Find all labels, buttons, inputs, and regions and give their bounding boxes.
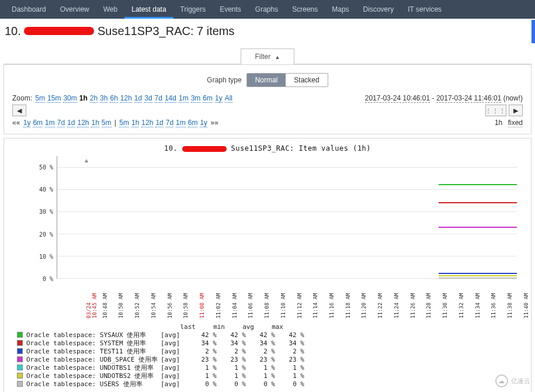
zoom-6h[interactable]: 6h [110,94,117,103]
gridline [57,189,517,190]
zoom-1h[interactable]: 1h [79,94,88,102]
legend-avg: 34 % [246,339,275,347]
legend-avg: 0 % [246,380,275,388]
x-tick-label: 10:58 AM [183,285,199,320]
zoom-1m[interactable]: 1m [179,94,189,103]
x-tick-label: 03/24 10:45 AM [86,285,102,320]
zoom-2h[interactable]: 2h [90,94,98,103]
zoom-12h[interactable]: 12h [120,94,132,103]
prev-button[interactable]: ◀ [12,105,26,116]
zoom-link-items: 5m15m30m1h2h3h6h12h1d3d7d14d1m3m6m1yAll [34,94,234,102]
zoom-3d[interactable]: 3d [144,94,152,103]
series-line [439,202,517,203]
nav-it-services[interactable]: IT services [401,0,449,19]
graph-type-normal[interactable]: Normal [247,74,286,86]
legend-last: 34 % [187,339,217,347]
legend-swatch [17,356,23,362]
legend-name: Oracle tablespace: UNDOTBS2 使用率 [26,372,161,380]
chevron-up-icon: ▲ [275,54,280,60]
nav-overview[interactable]: Overview [53,0,96,19]
graph-type-selector: Graph type NormalStacked [4,71,531,93]
x-tick-label: 11:20 AM [361,285,377,320]
legend-min: 1 % [217,364,246,372]
watermark: ☁ 亿速云 [495,374,530,387]
date-sep: - [432,94,436,102]
legend-last: 23 % [187,356,217,363]
legend-col-max: max [254,323,283,331]
shift-back-6m[interactable]: 6m [33,119,43,127]
legend-max: 2 % [275,348,304,355]
series-line [439,184,517,185]
zoom-5m[interactable]: 5m [35,94,45,103]
scrub-handle[interactable]: ⋮⋮⋮ [485,105,506,116]
legend-min: 34 % [217,339,246,347]
fixed-link[interactable]: fixed [508,119,523,127]
x-tick-label: 11:32 AM [458,285,475,320]
graph-type-buttons: NormalStacked [246,73,328,87]
shift-back-12h[interactable]: 12h [77,119,89,127]
date-to[interactable]: 2017-03-24 11:46:01 [436,94,501,103]
chart-title-suffix: Suse11SP3_RAC: Item values (1h) [231,144,371,152]
title-prefix: 10. [5,25,21,37]
zoom-1y[interactable]: 1y [215,94,223,103]
nav-events[interactable]: Events [213,0,248,19]
shift-fwd-6m[interactable]: 6m [188,119,198,127]
range-pre: «« [12,119,20,127]
shift-fwd-1y[interactable]: 1y [200,119,207,127]
y-tick-label: 50 % [37,164,53,171]
legend-row: Oracle tablespace: TEST11 使用率[avg]2 %2 %… [17,347,525,355]
shift-fwd-5m[interactable]: 5m [119,119,129,127]
nav-graphs[interactable]: Graphs [248,0,285,19]
nav-dashboard[interactable]: Dashboard [5,0,53,19]
legend-min: 0 % [217,380,246,388]
nav-triggers[interactable]: Triggers [173,0,213,19]
legend-agg: [avg] [161,356,187,363]
next-button[interactable]: ▶ [509,105,523,116]
zoom-3h[interactable]: 3h [100,94,107,103]
shift-back-1d[interactable]: 1d [67,119,75,127]
shift-fwd-12h[interactable]: 12h [141,119,153,127]
shift-fwd-1m[interactable]: 1m [176,119,186,127]
legend-min: 1 % [217,372,246,380]
date-from[interactable]: 2017-03-24 10:46:01 [365,94,430,103]
shift-back-1h[interactable]: 1h [91,119,99,127]
legend-name: Oracle tablespace: TEST11 使用率 [26,347,161,356]
x-tick-label: 11:38 AM [507,285,523,320]
legend-swatch [17,332,23,338]
shift-back-1y[interactable]: 1y [23,119,31,127]
nav-discovery[interactable]: Discovery [356,0,401,19]
zoom-3m[interactable]: 3m [191,94,201,103]
shift-fwd-1d[interactable]: 1d [155,119,163,127]
legend-max: 34 % [275,339,304,347]
plot [57,156,517,279]
zoom-6m[interactable]: 6m [203,94,213,103]
zoom-all[interactable]: All [225,94,232,103]
right-accent [531,20,535,43]
legend-last: 1 % [187,372,217,380]
legend-name: Oracle tablespace: UDB_SPACE 使用率 [26,355,161,364]
zoom-14d[interactable]: 14d [165,94,176,103]
x-tick-label: 11:16 AM [329,285,345,320]
shift-back-7d[interactable]: 7d [57,119,65,127]
graph-type-stacked[interactable]: Stacked [286,74,327,86]
shift-fwd-1h[interactable]: 1h [131,119,139,127]
period-text: 1h [495,119,502,127]
nav-screens[interactable]: Screens [285,0,325,19]
filter-toggle[interactable]: Filter ▲ [241,48,295,64]
x-tick-label: 11:28 AM [426,285,442,320]
zoom-15m[interactable]: 15m [47,94,61,103]
legend-row: Oracle tablespace: UNDOTBS2 使用率[avg]1 %1… [17,372,525,380]
x-tick-label: 11:36 AM [491,285,507,320]
zoom-7d[interactable]: 7d [155,94,162,103]
zoom-1d[interactable]: 1d [134,94,142,103]
shift-back-5m[interactable]: 5m [102,119,112,127]
x-tick-label: 11:24 AM [394,285,410,320]
shift-back-1m[interactable]: 1m [45,119,55,127]
redacted-host-2 [182,146,227,152]
legend-name: Oracle tablespace: USERS 使用率 [26,380,161,388]
nav-web[interactable]: Web [96,0,124,19]
nav-maps[interactable]: Maps [325,0,356,19]
shift-fwd-7d[interactable]: 7d [166,119,173,127]
nav-latest-data[interactable]: Latest data [124,0,173,19]
zoom-30m[interactable]: 30m [63,94,77,103]
